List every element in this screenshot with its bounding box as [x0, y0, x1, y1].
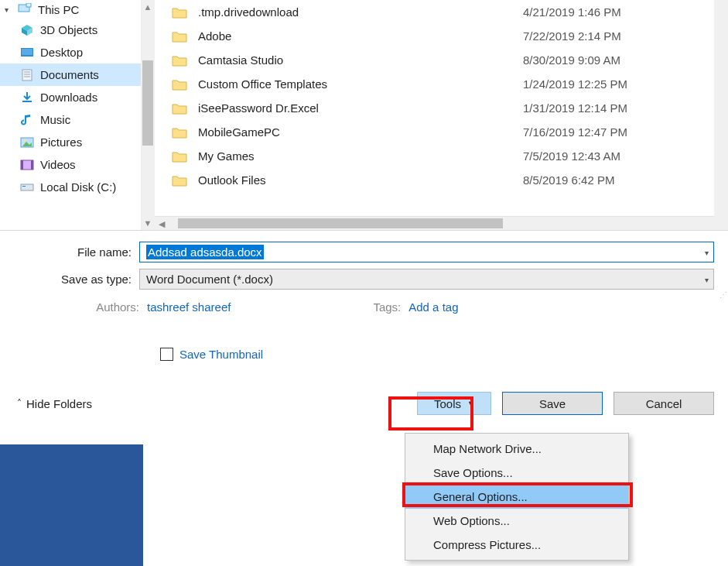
tree-item-local-disk[interactable]: Local Disk (C:)	[0, 176, 155, 198]
tags-input[interactable]: Add a tag	[408, 300, 458, 314]
filename-input[interactable]: Addsad adsasda.docx ▾	[139, 242, 714, 262]
tools-label: Tools	[434, 397, 461, 410]
file-date: 8/30/2019 9:09 AM	[523, 53, 728, 67]
svg-rect-6	[22, 49, 32, 55]
save-as-type-select[interactable]: Word Document (*.docx) ▾	[139, 269, 714, 290]
resize-grip-icon[interactable]: ⋰	[719, 290, 726, 299]
file-list-horizontal-scrollbar[interactable]: ◀ ▶	[155, 216, 728, 230]
file-row[interactable]: .tmp.drivedownload 4/21/2019 1:46 PM	[155, 0, 728, 24]
folder-icon	[172, 174, 187, 187]
svg-rect-11	[22, 101, 32, 102]
tree-item-3d-objects[interactable]: 3D Objects	[0, 19, 155, 41]
file-row[interactable]: Outlook Files 8/5/2019 6:42 PM	[155, 168, 728, 192]
folder-icon	[172, 78, 187, 91]
save-thumbnail-checkbox[interactable]	[160, 348, 173, 361]
save-as-type-label: Save as type:	[17, 273, 139, 286]
tree-scrollbar[interactable]: ▲ ▼	[141, 0, 155, 230]
folder-icon	[172, 30, 187, 43]
tree-item-pictures[interactable]: Pictures	[0, 131, 155, 153]
file-row[interactable]: My Games 7/5/2019 12:43 AM	[155, 144, 728, 168]
svg-rect-7	[22, 70, 32, 81]
folder-icon	[172, 102, 187, 115]
tree-item-label: Documents	[40, 68, 99, 81]
save-thumbnail-label: Save Thumbnail	[179, 348, 263, 361]
file-list-pane: .tmp.drivedownload 4/21/2019 1:46 PM Ado…	[155, 0, 728, 230]
pictures-icon	[20, 136, 34, 149]
word-app-background	[0, 444, 143, 566]
chevron-up-icon: ˄	[17, 398, 22, 409]
file-name: Camtasia Studio	[198, 53, 523, 67]
file-row[interactable]: Camtasia Studio 8/30/2019 9:09 AM	[155, 48, 728, 72]
save-button[interactable]: Save	[502, 392, 603, 415]
videos-icon	[20, 159, 34, 171]
file-date: 7/22/2019 2:14 PM	[523, 29, 728, 43]
authors-label: Authors:	[62, 300, 139, 314]
folder-icon	[172, 54, 187, 67]
chevron-down-icon[interactable]: ▾	[705, 275, 709, 283]
hide-folders-toggle[interactable]: ˄ Hide Folders	[17, 397, 92, 410]
svg-point-13	[24, 139, 26, 142]
tree-item-this-pc[interactable]: ▾ This PC	[0, 0, 155, 19]
tree-item-documents[interactable]: Documents	[0, 63, 155, 86]
tree-item-videos[interactable]: Videos	[0, 153, 155, 176]
tags-label: Tags:	[373, 300, 401, 314]
tree-item-label: Pictures	[40, 135, 82, 149]
file-list[interactable]: .tmp.drivedownload 4/21/2019 1:46 PM Ado…	[155, 0, 728, 216]
file-row[interactable]: MobileGamePC 7/16/2019 12:47 PM	[155, 120, 728, 144]
tree-item-label: Music	[40, 113, 70, 126]
drive-icon	[20, 181, 34, 194]
tree-item-label: This PC	[38, 3, 79, 16]
chevron-down-icon: ▼	[467, 400, 474, 407]
tree-item-music[interactable]: Music	[0, 108, 155, 131]
file-name: Adobe	[198, 29, 523, 43]
tree-item-label: Local Disk (C:)	[40, 180, 116, 194]
menu-item-web-options[interactable]: Web Options...	[405, 509, 628, 533]
file-name: My Games	[198, 149, 523, 163]
file-date: 7/16/2019 12:47 PM	[523, 125, 728, 139]
file-row[interactable]: Adobe 7/22/2019 2:14 PM	[155, 24, 728, 48]
chevron-down-icon: ▾	[5, 5, 9, 14]
tree-item-downloads[interactable]: Downloads	[0, 86, 155, 108]
tree-item-label: Downloads	[40, 91, 97, 104]
file-name: MobileGamePC	[198, 125, 523, 139]
svg-rect-17	[31, 160, 33, 170]
svg-rect-18	[21, 184, 33, 190]
cancel-button[interactable]: Cancel	[614, 392, 714, 415]
file-date: 1/31/2019 12:14 PM	[523, 101, 728, 115]
pc-icon	[18, 3, 32, 15]
navigation-tree: ▾ This PC 3D Objects Desktop	[0, 0, 155, 230]
menu-item-compress-pictures[interactable]: Compress Pictures...	[405, 533, 628, 557]
file-name: iSeePassword Dr.Excel	[198, 101, 523, 115]
chevron-down-icon[interactable]: ▾	[705, 248, 709, 256]
file-date: 8/5/2019 6:42 PM	[523, 173, 728, 187]
scroll-up-icon[interactable]: ▲	[144, 0, 152, 14]
scroll-thumb[interactable]	[178, 218, 503, 228]
documents-icon	[20, 69, 34, 81]
file-date: 1/24/2019 12:25 PM	[523, 77, 728, 91]
svg-rect-16	[21, 160, 23, 170]
authors-value[interactable]: tashreef shareef	[147, 300, 231, 314]
filename-label: File name:	[17, 245, 139, 259]
file-name: Outlook Files	[198, 173, 523, 187]
tools-dropdown-button[interactable]: Tools ▼	[417, 392, 491, 415]
save-as-type-value: Word Document (*.docx)	[146, 273, 273, 286]
file-row[interactable]: Custom Office Templates 1/24/2019 12:25 …	[155, 72, 728, 96]
hide-folders-label: Hide Folders	[26, 397, 92, 410]
tree-item-desktop[interactable]: Desktop	[0, 41, 155, 63]
menu-item-save-options[interactable]: Save Options...	[405, 461, 628, 485]
file-name: .tmp.drivedownload	[198, 5, 523, 19]
file-row[interactable]: iSeePassword Dr.Excel 1/31/2019 12:14 PM	[155, 96, 728, 120]
music-icon	[20, 114, 34, 126]
file-list-vertical-scrollbar[interactable]	[714, 0, 728, 230]
file-browser: ▾ This PC 3D Objects Desktop	[0, 0, 728, 231]
tools-menu: Map Network Drive... Save Options... Gen…	[405, 433, 629, 561]
desktop-icon	[20, 46, 34, 59]
scroll-thumb[interactable]	[142, 60, 153, 146]
menu-item-map-network-drive[interactable]: Map Network Drive...	[405, 437, 628, 461]
tree-item-label: Desktop	[40, 46, 83, 59]
scroll-left-icon[interactable]: ◀	[155, 217, 169, 231]
folder-icon	[172, 6, 187, 19]
menu-item-general-options[interactable]: General Options...	[405, 485, 628, 509]
scroll-down-icon[interactable]: ▼	[144, 216, 152, 230]
save-panel: File name: Addsad adsasda.docx ▾ Save as…	[0, 231, 728, 423]
